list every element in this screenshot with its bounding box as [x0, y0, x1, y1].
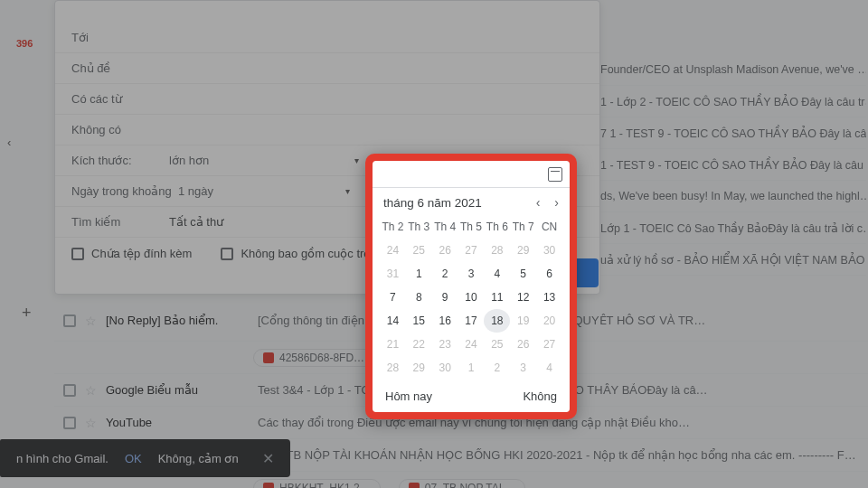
calendar-day: 20: [536, 309, 562, 333]
calendar-day[interactable]: 11: [484, 286, 510, 309]
field-to[interactable]: Tới: [55, 23, 599, 53]
prev-month-button[interactable]: ‹: [536, 195, 541, 210]
sidebar: 396 ‹ +: [0, 0, 51, 488]
calendar-day: 19: [510, 309, 536, 333]
calendar-day[interactable]: 4: [484, 262, 510, 286]
calendar-day[interactable]: 14: [380, 309, 406, 333]
has-attachment-checkbox[interactable]: [71, 248, 84, 260]
label-date: Ngày trong khoảng: [71, 184, 178, 198]
email-sender: [No Reply] Bảo hiểm.: [106, 314, 249, 327]
calendar-icon[interactable]: [548, 167, 562, 182]
email-preview-tails: Founder/CEO at Unsplash Madison Avenue, …: [600, 54, 866, 276]
calendar-day[interactable]: 3: [458, 262, 485, 286]
field-has-words[interactable]: Có các từ: [55, 84, 599, 115]
calendar-day: 28: [380, 356, 406, 380]
calendar-day[interactable]: 15: [406, 309, 432, 333]
date-picker-highlight: tháng 6 năm 2021 ‹ › Th 2Th 3Th 4Th 5Th …: [365, 154, 577, 419]
calendar-day[interactable]: 8: [406, 286, 432, 309]
calendar-day: 28: [484, 239, 510, 262]
snackbar-message: n hình cho Gmail.: [16, 452, 108, 465]
pdf-icon: [409, 483, 420, 489]
calendar-day[interactable]: 2: [432, 262, 458, 286]
calendar-day: 24: [380, 239, 406, 262]
calendar-day[interactable]: 17: [458, 309, 485, 333]
calendar-day[interactable]: 7: [380, 286, 406, 309]
attachment-chip[interactable]: 42586D68-8FD…: [253, 349, 374, 367]
date-picker: tháng 6 năm 2021 ‹ › Th 2Th 3Th 4Th 5Th …: [373, 161, 570, 412]
field-not-has[interactable]: Không có: [55, 115, 599, 145]
calendar-day[interactable]: 6: [536, 262, 562, 286]
calendar-day: 26: [510, 333, 536, 356]
has-attachment-label: Chứa tệp đính kèm: [91, 247, 192, 260]
label-has-words: Có các từ: [71, 92, 169, 106]
email-snippet[interactable]: 7 1 - TEST 9 - TOEIC CÔ SAO THẦY BẢO Đây…: [600, 117, 866, 149]
email-snippet[interactable]: Lớp 1 - TOEIC Cô Sao Thầy BảoĐây là câu …: [600, 212, 866, 244]
email-snippet[interactable]: 1 - TEST 9 - TOEIC CÔ SAO THẦY BẢO Đây l…: [600, 149, 866, 181]
size-op-dropdown[interactable]: lớn hơn▾: [169, 154, 368, 167]
calendar-day[interactable]: 13: [536, 286, 562, 309]
attachment-chip[interactable]: HBKKHT_HK1 2…: [253, 479, 381, 489]
snackbar-ok-button[interactable]: OK: [125, 452, 142, 465]
calendar-day[interactable]: 10: [458, 286, 485, 309]
calendar-day: 26: [432, 239, 458, 262]
date-input-row[interactable]: [373, 161, 570, 188]
today-button[interactable]: Hôm nay: [385, 389, 432, 403]
calendar-day: 27: [536, 333, 562, 356]
label-subject: Chủ đề: [71, 61, 169, 75]
calendar-day[interactable]: 12: [510, 286, 536, 309]
email-sender: Google Biểu mẫu: [106, 383, 249, 397]
email-snippet[interactable]: 1 - Lớp 2 - TOEIC CÔ SAO THẦY BẢO Đây là…: [600, 86, 866, 117]
email-subject: Fwd: TB NỘP TÀI KHOẢN NHẬN HỌC BỔNG HKI …: [258, 448, 859, 462]
calendar-day: 31: [380, 262, 406, 286]
calendar-day[interactable]: 1: [406, 262, 432, 286]
date-range-dropdown[interactable]: 1 ngày▾: [178, 184, 359, 198]
chevron-down-icon: ▾: [354, 155, 359, 165]
chevron-down-icon: ▾: [345, 186, 350, 196]
calendar-day: 22: [406, 333, 432, 356]
clear-button[interactable]: Không: [523, 389, 557, 403]
calendar-day[interactable]: 9: [432, 286, 458, 309]
calendar-day: 27: [458, 239, 485, 262]
calendar-day: 30: [536, 239, 562, 262]
star-icon[interactable]: ☆: [85, 314, 97, 328]
pdf-icon: [263, 483, 274, 489]
calendar-weekdays: Th 2Th 3Th 4Th 5Th 6Th 7CN: [373, 217, 570, 237]
calendar-title: tháng 6 năm 2021: [383, 196, 482, 210]
calendar-days: 2425262728293031123456789101112131415161…: [373, 239, 570, 380]
new-label-icon[interactable]: +: [22, 304, 32, 323]
snackbar: n hình cho Gmail. OK Không, cảm ơn ✕: [0, 439, 290, 477]
label-not-has: Không có: [71, 123, 169, 136]
collapse-icon[interactable]: ‹: [7, 136, 11, 149]
email-snippet[interactable]: ds, We've been busy! In May, we launched…: [600, 181, 866, 212]
calendar-day: 25: [406, 239, 432, 262]
select-checkbox[interactable]: [63, 314, 76, 327]
select-checkbox[interactable]: [63, 417, 76, 429]
select-checkbox[interactable]: [63, 384, 76, 397]
label-size: Kích thước:: [71, 154, 169, 167]
exclude-chats-checkbox[interactable]: [221, 248, 233, 260]
field-subject[interactable]: Chủ đề: [55, 53, 599, 84]
calendar-day: 3: [510, 356, 536, 380]
email-snippet[interactable]: Founder/CEO at Unsplash Madison Avenue, …: [600, 54, 866, 86]
calendar-day: 29: [406, 356, 432, 380]
next-month-button[interactable]: ›: [554, 195, 559, 210]
close-icon[interactable]: ✕: [262, 450, 274, 467]
calendar-day: 21: [380, 333, 406, 356]
calendar-day: 4: [536, 356, 562, 380]
calendar-day[interactable]: 18: [484, 309, 510, 333]
email-snippet[interactable]: uả xử lý hồ sơ - BẢO HIỂM XÃ HỘI VIỆT NA…: [600, 244, 866, 276]
calendar-day: 30: [432, 356, 458, 380]
calendar-day[interactable]: 5: [510, 262, 536, 286]
star-icon[interactable]: ☆: [85, 416, 97, 430]
star-icon[interactable]: ☆: [85, 383, 97, 398]
label-to: Tới: [71, 31, 169, 44]
snackbar-dismiss-button[interactable]: Không, cảm ơn: [158, 452, 239, 465]
inbox-count-badge: 396: [16, 38, 33, 49]
calendar-day: 25: [484, 333, 510, 356]
calendar-day: 24: [458, 333, 485, 356]
attachment-chip[interactable]: 07_TB NOP TAI …: [399, 479, 526, 489]
calendar-day[interactable]: 16: [432, 309, 458, 333]
calendar-day: 2: [484, 356, 510, 380]
calendar-day: 1: [458, 356, 485, 380]
calendar-day: 29: [510, 239, 536, 262]
